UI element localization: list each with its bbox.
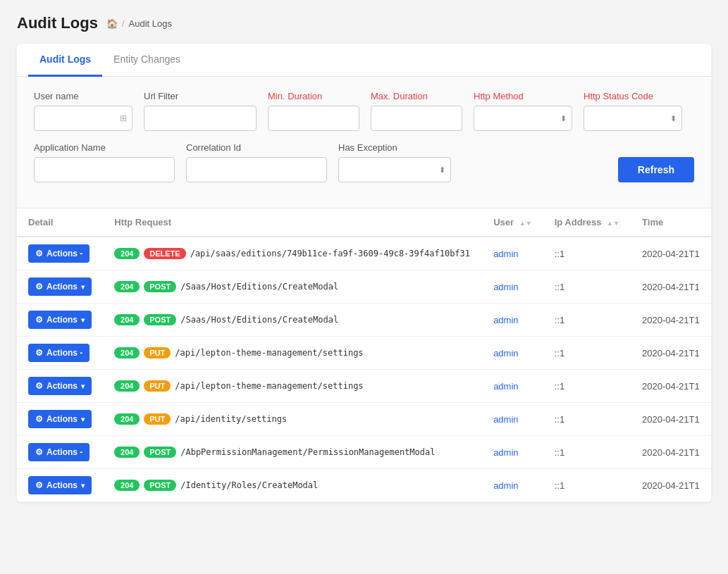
actions-button-3[interactable]: ⚙ Actions - bbox=[28, 344, 90, 362]
col-ip-address: Ip Address ▲▼ bbox=[543, 208, 631, 237]
http-request-content: 204 POST /Saas/Host/Editions/CreateModal bbox=[114, 281, 471, 292]
http-request-content: 204 DELETE /api/saas/editions/749b11ce-f… bbox=[114, 248, 471, 259]
actions-button-7[interactable]: ⚙ Actions ▾ bbox=[28, 476, 92, 494]
user-value-0: admin bbox=[493, 249, 518, 259]
actions-button-2[interactable]: ⚙ Actions ▾ bbox=[28, 311, 92, 329]
ip-value-0: ::1 bbox=[555, 249, 564, 259]
actions-button-6[interactable]: ⚙ Actions - bbox=[28, 443, 90, 461]
filter-group-has-exception: Has Exception Yes No bbox=[338, 142, 451, 182]
status-badge-7: 204 bbox=[114, 480, 140, 491]
ip-value-1: ::1 bbox=[555, 282, 564, 292]
actions-button-1[interactable]: ⚙ Actions ▾ bbox=[28, 277, 92, 296]
actions-cell-4: ⚙ Actions ▾ bbox=[17, 370, 103, 403]
username-input-wrapper: ⊞ bbox=[34, 106, 132, 131]
time-cell-3: 2020-04-21T1 bbox=[631, 337, 711, 370]
http-method-select[interactable]: GET POST PUT DELETE bbox=[474, 106, 572, 131]
actions-cell-0: ⚙ Actions - bbox=[17, 237, 103, 270]
user-sort-icon[interactable]: ▲▼ bbox=[519, 220, 532, 227]
dropdown-arrow-icon: ▾ bbox=[81, 382, 85, 390]
http-status-select-wrapper: 200 201 204 400 401 404 500 bbox=[584, 106, 682, 131]
ip-sort-icon[interactable]: ▲▼ bbox=[607, 220, 619, 227]
time-value-2: 2020-04-21T1 bbox=[642, 315, 700, 325]
actions-cell-3: ⚙ Actions - bbox=[17, 337, 103, 370]
refresh-container: Refresh bbox=[618, 157, 694, 182]
actions-label: Actions bbox=[47, 282, 78, 292]
app-name-input[interactable] bbox=[34, 157, 175, 182]
status-badge-1: 204 bbox=[114, 281, 140, 292]
table-body: ⚙ Actions - 204 DELETE /api/saas/edition… bbox=[17, 237, 711, 502]
user-value-4: admin bbox=[493, 381, 518, 392]
filter-group-correlation-id: Correlation Id bbox=[186, 142, 327, 182]
status-badge-4: 204 bbox=[114, 380, 140, 392]
user-cell-1: admin bbox=[482, 270, 543, 304]
filter-row-2: Application Name Correlation Id Has Exce… bbox=[34, 142, 694, 182]
time-value-1: 2020-04-21T1 bbox=[642, 282, 700, 292]
user-value-6: admin bbox=[493, 447, 518, 458]
url-filter-label: Url Filter bbox=[144, 91, 257, 101]
col-http-request: Http Request bbox=[103, 208, 482, 237]
max-duration-input[interactable] bbox=[371, 106, 462, 131]
method-badge-2: POST bbox=[144, 314, 176, 325]
table-row: ⚙ Actions ▾ 204 POST /Saas/Host/Editions… bbox=[17, 304, 711, 337]
actions-button-5[interactable]: ⚙ Actions ▾ bbox=[28, 410, 92, 428]
filter-group-username: User name ⊞ bbox=[34, 91, 132, 131]
method-badge-1: POST bbox=[144, 281, 176, 292]
tab-entity-changes[interactable]: Entity Changes bbox=[102, 44, 192, 77]
time-value-0: 2020-04-21T1 bbox=[642, 249, 700, 259]
ip-value-3: ::1 bbox=[555, 348, 564, 358]
ip-cell-5: ::1 bbox=[543, 403, 631, 436]
time-cell-0: 2020-04-21T1 bbox=[631, 237, 711, 270]
gear-icon: ⚙ bbox=[35, 447, 43, 457]
filter-group-url: Url Filter bbox=[144, 91, 257, 131]
user-cell-4: admin bbox=[482, 370, 543, 403]
http-status-label: Http Status Code bbox=[584, 91, 682, 101]
tabs-container: Audit Logs Entity Changes bbox=[17, 44, 711, 77]
http-request-cell-6: 204 POST /AbpPermissionManagement/Permis… bbox=[103, 436, 482, 469]
method-badge-0: DELETE bbox=[144, 248, 185, 259]
table-row: ⚙ Actions - 204 POST /AbpPermissionManag… bbox=[17, 436, 711, 469]
actions-cell-2: ⚙ Actions ▾ bbox=[17, 304, 103, 337]
page-header: Audit Logs 🏠 / Audit Logs bbox=[17, 14, 711, 32]
method-badge-4: PUT bbox=[144, 380, 171, 392]
ip-cell-2: ::1 bbox=[543, 304, 631, 337]
has-exception-select[interactable]: Yes No bbox=[338, 157, 451, 182]
tab-audit-logs[interactable]: Audit Logs bbox=[28, 44, 102, 77]
main-card: Audit Logs Entity Changes User name ⊞ Ur… bbox=[17, 44, 711, 502]
url-path-0: /api/saas/editions/749b11ce-fa9f-3609-49… bbox=[190, 249, 470, 258]
filter-row-1: User name ⊞ Url Filter Min. Duration Max… bbox=[34, 91, 694, 131]
ip-value-5: ::1 bbox=[555, 414, 564, 425]
time-cell-2: 2020-04-21T1 bbox=[631, 304, 711, 337]
has-exception-label: Has Exception bbox=[338, 142, 451, 153]
max-duration-label: Max. Duration bbox=[371, 91, 462, 101]
dropdown-arrow-icon: ▾ bbox=[81, 482, 85, 489]
dropdown-arrow-icon: ▾ bbox=[81, 316, 85, 324]
ip-value-6: ::1 bbox=[555, 447, 564, 458]
correlation-id-input[interactable] bbox=[186, 157, 327, 182]
ip-cell-3: ::1 bbox=[543, 337, 631, 370]
time-cell-4: 2020-04-21T1 bbox=[631, 370, 711, 403]
time-value-3: 2020-04-21T1 bbox=[642, 348, 700, 358]
actions-label: Actions bbox=[47, 414, 78, 424]
filter-group-http-method: Http Method GET POST PUT DELETE bbox=[474, 91, 572, 131]
filter-group-max-duration: Max. Duration bbox=[371, 91, 462, 131]
http-request-cell-7: 204 POST /Identity/Roles/CreateModal bbox=[103, 469, 482, 502]
ip-value-2: ::1 bbox=[555, 315, 564, 325]
filter-group-http-status: Http Status Code 200 201 204 400 401 404… bbox=[584, 91, 682, 131]
status-badge-0: 204 bbox=[114, 248, 140, 259]
username-input[interactable] bbox=[34, 106, 132, 131]
page-title: Audit Logs bbox=[17, 14, 98, 32]
refresh-button[interactable]: Refresh bbox=[618, 157, 694, 182]
dropdown-arrow-icon: ▾ bbox=[81, 416, 85, 423]
user-value-7: admin bbox=[493, 480, 518, 491]
correlation-id-label: Correlation Id bbox=[186, 142, 327, 153]
actions-label: Actions bbox=[47, 480, 78, 490]
actions-button-4[interactable]: ⚙ Actions ▾ bbox=[28, 377, 92, 395]
min-duration-input[interactable] bbox=[268, 106, 359, 131]
http-status-select[interactable]: 200 201 204 400 401 404 500 bbox=[584, 106, 682, 131]
actions-button-0[interactable]: ⚙ Actions - bbox=[28, 244, 90, 263]
table-row: ⚙ Actions ▾ 204 POST /Saas/Host/Editions… bbox=[17, 270, 711, 304]
time-cell-6: 2020-04-21T1 bbox=[631, 436, 711, 469]
col-user: User ▲▼ bbox=[482, 208, 543, 237]
url-filter-input[interactable] bbox=[144, 106, 257, 131]
col-time: Time bbox=[631, 208, 711, 237]
